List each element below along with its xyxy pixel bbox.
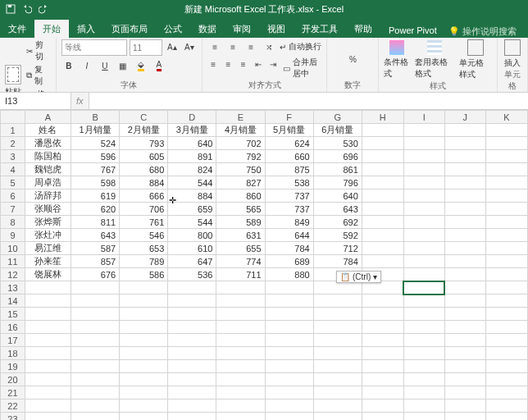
header-cell[interactable]: 2月销量	[120, 124, 168, 137]
cell[interactable]	[485, 163, 527, 176]
tab-文件[interactable]: 文件	[0, 20, 34, 38]
row-header[interactable]: 15	[1, 308, 25, 321]
cell[interactable]	[444, 163, 485, 176]
cell[interactable]	[25, 360, 71, 373]
cell[interactable]	[120, 308, 168, 321]
cell[interactable]	[403, 308, 444, 321]
cell[interactable]	[485, 255, 527, 268]
cell[interactable]	[25, 347, 71, 360]
cell[interactable]	[485, 334, 527, 347]
indent-dec-icon[interactable]: ⇤	[253, 57, 264, 71]
row-header[interactable]: 21	[1, 386, 25, 399]
cell[interactable]	[362, 242, 403, 255]
row-header[interactable]: 14	[1, 294, 25, 308]
cell[interactable]	[216, 347, 265, 360]
cell[interactable]	[120, 347, 168, 360]
cell[interactable]	[71, 399, 120, 413]
row-header[interactable]: 19	[1, 360, 25, 373]
cell[interactable]: 汤辞邦	[25, 189, 71, 203]
cell[interactable]	[265, 334, 313, 347]
col-header-I[interactable]: I	[403, 111, 444, 124]
row-header[interactable]: 3	[1, 150, 25, 163]
cell[interactable]: 692	[313, 216, 362, 229]
indent-inc-icon[interactable]: ⇥	[267, 57, 279, 71]
cell[interactable]	[313, 413, 362, 421]
cell[interactable]	[362, 399, 403, 413]
cell[interactable]	[403, 150, 444, 163]
border-button[interactable]: ▦	[116, 58, 130, 73]
cell[interactable]	[120, 334, 168, 347]
cell[interactable]	[403, 360, 444, 373]
row-header[interactable]: 9	[1, 229, 25, 242]
cell[interactable]: 696	[313, 150, 362, 163]
cell[interactable]: 598	[71, 176, 120, 189]
cell[interactable]	[313, 399, 362, 413]
cell[interactable]: 827	[216, 176, 265, 189]
cell[interactable]: 857	[71, 255, 120, 268]
tab-开发工具[interactable]: 开发工具	[294, 20, 346, 38]
cell[interactable]: 789	[120, 255, 168, 268]
cell[interactable]: 712	[313, 242, 362, 255]
cell[interactable]: 592	[313, 229, 362, 242]
cell[interactable]: 524	[71, 137, 120, 150]
cell[interactable]	[403, 242, 444, 255]
cell[interactable]	[362, 229, 403, 242]
font-color-button[interactable]: A	[152, 58, 166, 73]
cell[interactable]	[265, 399, 313, 413]
align-center-icon[interactable]: ≡	[222, 57, 234, 71]
cell[interactable]: 陈国柏	[25, 150, 71, 163]
paste-options-button[interactable]: 📋(Ctrl)▾	[336, 271, 381, 283]
fill-color-button[interactable]: ⬙	[134, 58, 148, 73]
cell[interactable]	[444, 216, 485, 229]
cell[interactable]: 800	[168, 229, 216, 242]
cell[interactable]	[71, 373, 120, 386]
cell[interactable]: 643	[313, 203, 362, 216]
cell[interactable]	[362, 176, 403, 189]
cell[interactable]	[362, 203, 403, 216]
cell[interactable]	[403, 203, 444, 216]
cell[interactable]	[25, 281, 71, 294]
cell[interactable]	[444, 268, 485, 281]
cell[interactable]	[71, 308, 120, 321]
cell[interactable]	[265, 281, 313, 294]
cell[interactable]: 767	[71, 163, 120, 176]
header-cell[interactable]: 3月销量	[168, 124, 216, 137]
cell[interactable]: 737	[265, 189, 313, 203]
worksheet-grid[interactable]: ABCDEFGHIJK1姓名1月销量2月销量3月销量4月销量5月销量6月销量2潘…	[0, 110, 528, 420]
cell[interactable]: 张烨斯	[25, 216, 71, 229]
cell[interactable]	[216, 360, 265, 373]
row-header[interactable]: 20	[1, 373, 25, 386]
cell[interactable]: 631	[216, 229, 265, 242]
col-header-J[interactable]: J	[444, 111, 485, 124]
header-cell[interactable]: 5月销量	[265, 124, 313, 137]
cell[interactable]	[485, 216, 527, 229]
cell[interactable]	[25, 399, 71, 413]
cell[interactable]	[444, 137, 485, 150]
cell[interactable]	[444, 150, 485, 163]
cell[interactable]	[216, 308, 265, 321]
cell[interactable]	[485, 203, 527, 216]
row-header[interactable]: 13	[1, 281, 25, 294]
cell[interactable]	[216, 321, 265, 334]
cell[interactable]	[362, 294, 403, 308]
cell[interactable]: 640	[313, 189, 362, 203]
cell[interactable]	[168, 399, 216, 413]
cell[interactable]	[71, 360, 120, 373]
row-header[interactable]: 17	[1, 334, 25, 347]
cell[interactable]	[168, 360, 216, 373]
cell[interactable]: 587	[71, 242, 120, 255]
cell[interactable]	[444, 229, 485, 242]
cell[interactable]: 潘恩依	[25, 137, 71, 150]
cell[interactable]: 706	[120, 203, 168, 216]
cell[interactable]: 774	[216, 255, 265, 268]
cell[interactable]: 796	[313, 176, 362, 189]
orientation-icon[interactable]: ⤭	[262, 39, 276, 54]
cell[interactable]: 793	[120, 137, 168, 150]
cell[interactable]: 702	[216, 137, 265, 150]
cell[interactable]	[485, 360, 527, 373]
cell[interactable]: 875	[265, 163, 313, 176]
tab-开始[interactable]: 开始	[34, 20, 69, 38]
cell[interactable]: 530	[313, 137, 362, 150]
number-format-button[interactable]: %	[345, 52, 360, 67]
cell[interactable]	[444, 399, 485, 413]
